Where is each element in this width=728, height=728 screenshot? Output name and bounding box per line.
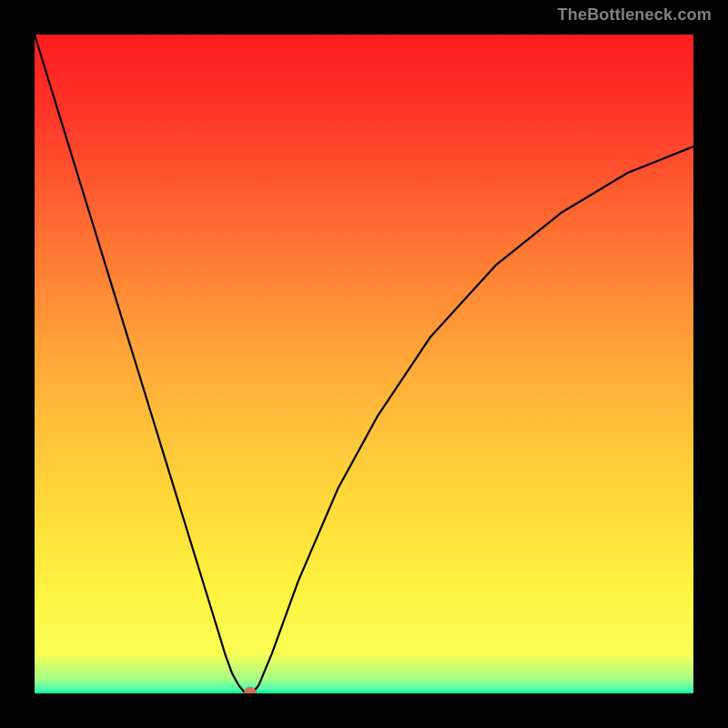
plot-area <box>35 35 693 693</box>
gradient-background <box>35 35 693 693</box>
chart-frame: TheBottleneck.com <box>0 0 728 728</box>
watermark-text: TheBottleneck.com <box>558 5 712 25</box>
optimum-marker-icon <box>244 687 257 693</box>
